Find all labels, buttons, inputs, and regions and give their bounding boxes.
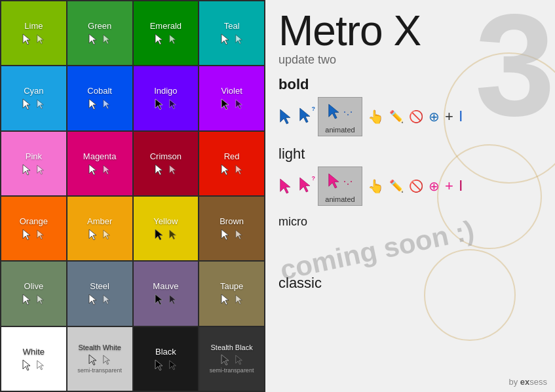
cursor-select-icon xyxy=(36,165,45,175)
bold-cursor-move-icon: ⊕ xyxy=(429,109,440,125)
cursor-select-icon xyxy=(36,294,45,305)
tile-emerald[interactable]: Emerald xyxy=(134,1,199,65)
tile-steel[interactable]: Steel xyxy=(67,262,132,325)
cursor-normal-icon xyxy=(154,98,164,110)
svg-marker-40 xyxy=(23,360,30,370)
cursor-select-icon xyxy=(102,355,111,365)
cursor-normal-icon xyxy=(22,98,32,110)
bold-cursor-pencil-icon: ✏️ xyxy=(389,109,404,124)
tile-white[interactable]: White xyxy=(1,327,66,391)
cursor-select-icon xyxy=(235,229,244,240)
tile-orange-label: Orange xyxy=(20,216,48,226)
light-cursor-pencil-icon: ✏️ xyxy=(389,179,404,193)
svg-marker-25 xyxy=(37,230,44,239)
section-light: light xyxy=(278,146,542,163)
tile-black[interactable]: Black xyxy=(134,327,199,391)
light-cursor-cross-icon: + xyxy=(445,178,453,195)
tile-indigo-label: Indigo xyxy=(154,86,177,96)
svg-marker-7 xyxy=(235,35,242,44)
credit-bold: ex xyxy=(520,377,529,387)
animated-label: animated xyxy=(325,126,354,134)
tile-violet[interactable]: Violet xyxy=(199,66,264,130)
svg-marker-47 xyxy=(235,355,242,364)
svg-marker-42 xyxy=(89,355,96,365)
svg-marker-18 xyxy=(89,165,96,175)
svg-marker-29 xyxy=(170,230,176,239)
tile-taupe-label: Taupe xyxy=(220,281,243,291)
svg-marker-0 xyxy=(23,34,30,45)
svg-marker-2 xyxy=(89,34,96,45)
cursor-select-icon xyxy=(36,99,45,109)
svg-marker-13 xyxy=(170,100,176,109)
tile-indigo[interactable]: Indigo xyxy=(134,66,199,130)
credit-area: by exsess xyxy=(508,377,547,387)
svg-marker-20 xyxy=(155,165,163,175)
svg-marker-5 xyxy=(170,35,176,44)
semi-transparent-label: semi-transparent xyxy=(77,367,122,374)
bold-cursor-row: ? ·.· animated 👆 ✏️ 🚫 ⊕ + Ⅰ xyxy=(278,97,542,136)
app-subtitle: update two xyxy=(278,53,542,67)
cursor-normal-icon xyxy=(220,164,231,176)
tile-crimson[interactable]: Crimson xyxy=(134,132,199,195)
cursor-select-icon xyxy=(102,294,111,305)
tile-olive-label: Olive xyxy=(24,281,44,291)
svg-marker-51 xyxy=(280,179,290,193)
tile-teal[interactable]: Teal xyxy=(199,1,264,65)
tile-taupe[interactable]: Taupe xyxy=(199,262,264,325)
cursor-normal-icon xyxy=(22,33,32,45)
cursor-select-icon xyxy=(235,294,244,305)
light-animated-preview-box: ·.· animated xyxy=(318,167,362,206)
bold-cursor-no-icon: 🚫 xyxy=(409,109,423,124)
svg-marker-3 xyxy=(104,35,110,44)
cursor-select-icon xyxy=(36,34,45,45)
light-cursor-pointer-icon: 👆 xyxy=(368,178,384,194)
cursor-normal-icon xyxy=(154,164,164,176)
svg-marker-38 xyxy=(221,294,229,305)
tile-pink[interactable]: Pink xyxy=(1,132,66,195)
svg-marker-39 xyxy=(235,295,242,304)
cursor-select-icon xyxy=(36,229,45,240)
cursor-select-icon xyxy=(168,229,178,240)
tile-yellow[interactable]: Yellow xyxy=(134,197,199,260)
svg-marker-44 xyxy=(155,360,163,370)
cursor-normal-icon xyxy=(220,229,231,241)
svg-marker-16 xyxy=(23,165,30,175)
animated-preview-box: ·.· animated xyxy=(318,97,362,136)
svg-marker-14 xyxy=(221,99,229,109)
svg-marker-31 xyxy=(235,230,242,239)
tile-green[interactable]: Green xyxy=(67,1,132,65)
light-cursor-row: ? ·.· animated 👆 ✏️ 🚫 ⊕ + Ⅰ xyxy=(278,167,542,206)
tile-crimson-label: Crimson xyxy=(150,151,182,161)
svg-marker-52 xyxy=(300,178,310,192)
tile-green-label: Green xyxy=(88,21,111,31)
cursor-normal-icon xyxy=(22,164,32,176)
cursor-normal-icon xyxy=(22,229,32,241)
tile-magenta[interactable]: Magenta xyxy=(67,132,132,195)
tile-cobalt[interactable]: Cobalt xyxy=(67,66,132,130)
tile-stealth-black[interactable]: Stealth Black semi-transparent xyxy=(199,327,264,391)
svg-marker-8 xyxy=(23,99,30,109)
cursor-select-icon xyxy=(168,99,178,109)
svg-marker-36 xyxy=(155,294,163,305)
app-title: Metro X xyxy=(278,10,542,52)
tile-orange[interactable]: Orange xyxy=(1,197,66,260)
tile-mauve[interactable]: Mauve xyxy=(134,262,199,325)
section-classic: classic xyxy=(278,275,542,292)
tile-olive[interactable]: Olive xyxy=(1,262,66,325)
cursor-select-icon xyxy=(102,229,111,240)
svg-marker-48 xyxy=(280,109,290,124)
svg-marker-11 xyxy=(104,100,110,109)
cursor-normal-icon xyxy=(154,229,164,241)
tile-black-label: Black xyxy=(155,347,176,357)
tile-steel-label: Steel xyxy=(90,281,109,291)
tile-amber[interactable]: Amber xyxy=(67,197,132,260)
tile-stealth-white[interactable]: Stealth White semi-transparent xyxy=(67,327,132,391)
right-panel: 3 Metro X update two bold ? ·.· animated… xyxy=(265,0,555,392)
tile-stealth-black-label: Stealth Black xyxy=(211,343,253,351)
cursor-normal-icon xyxy=(88,294,98,305)
tile-cyan[interactable]: Cyan xyxy=(1,66,66,130)
tile-red[interactable]: Red xyxy=(199,132,264,195)
tile-red-label: Red xyxy=(224,151,240,161)
tile-brown[interactable]: Brown xyxy=(199,197,264,260)
tile-lime[interactable]: Lime xyxy=(1,1,66,65)
